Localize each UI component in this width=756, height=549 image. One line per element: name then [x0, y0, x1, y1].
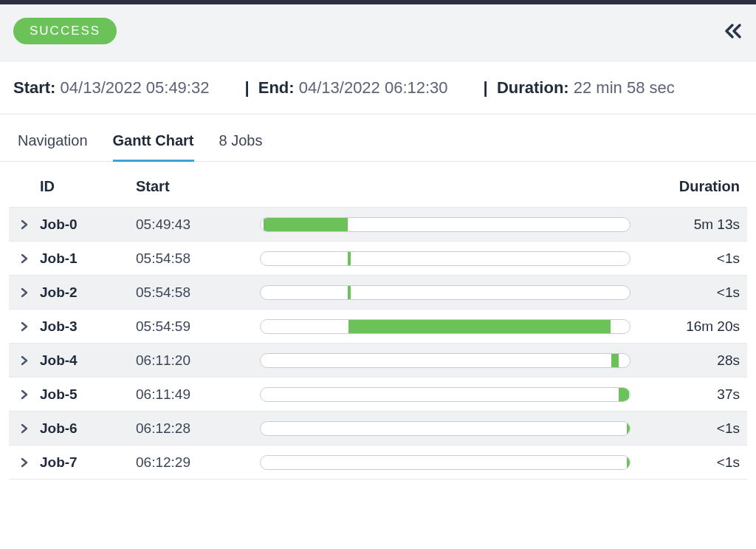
table-row: Job-406:11:2028s	[9, 344, 747, 378]
gantt-bar	[348, 252, 351, 265]
job-duration: <1s	[636, 420, 747, 437]
job-id: Job-7	[40, 454, 136, 471]
table-row: Job-706:12:29<1s	[9, 446, 747, 480]
meta-end: | End: 04/13/2022 06:12:30	[244, 78, 447, 98]
gantt-cell	[254, 387, 636, 402]
expand-row-icon[interactable]	[9, 457, 40, 468]
job-id: Job-6	[40, 420, 136, 437]
table-row: Job-506:11:4937s	[9, 378, 747, 412]
gantt-cell	[254, 319, 636, 334]
job-start-time: 05:54:58	[136, 284, 254, 301]
meta-separator: |	[244, 78, 249, 97]
job-id: Job-3	[40, 318, 136, 335]
table-row: Job-305:54:5916m 20s	[9, 310, 747, 344]
table-row: Job-005:49:435m 13s	[9, 208, 747, 242]
gantt-track	[260, 319, 630, 334]
gantt-track	[260, 285, 630, 300]
meta-separator: |	[484, 78, 488, 97]
table-row: Job-606:12:28<1s	[9, 412, 747, 446]
job-start-time: 06:12:29	[136, 454, 254, 471]
status-header: SUCCESS	[0, 4, 756, 62]
meta-end-value: 04/13/2022 06:12:30	[299, 78, 448, 97]
job-id: Job-5	[40, 386, 136, 403]
job-duration: 5m 13s	[636, 216, 747, 233]
run-metadata-row: Start: 04/13/2022 05:49:32 | End: 04/13/…	[0, 62, 756, 115]
job-start-time: 05:49:43	[136, 216, 254, 233]
gantt-cell	[254, 285, 636, 300]
gantt-table: ID Start Duration Job-005:49:435m 13sJob…	[0, 162, 756, 480]
job-start-time: 05:54:59	[136, 318, 254, 335]
job-duration: <1s	[636, 454, 747, 471]
gantt-track	[260, 387, 630, 402]
gantt-track	[260, 455, 630, 470]
job-id: Job-4	[40, 352, 136, 369]
gantt-bar	[264, 218, 348, 231]
gantt-bar	[619, 388, 628, 401]
job-duration: <1s	[636, 250, 747, 267]
gantt-cell	[254, 455, 636, 470]
expand-row-icon[interactable]	[9, 219, 40, 230]
meta-end-label: End:	[258, 78, 295, 97]
gantt-track	[260, 421, 630, 436]
job-start-time: 06:12:28	[136, 420, 254, 437]
table-row: Job-205:54:58<1s	[9, 276, 747, 310]
gantt-track	[260, 217, 630, 232]
col-header-id: ID	[40, 178, 136, 195]
tab-navigation[interactable]: Navigation	[18, 132, 88, 161]
meta-start-value: 04/13/2022 05:49:32	[61, 78, 210, 97]
gantt-bar	[611, 354, 619, 367]
expand-row-icon[interactable]	[9, 355, 40, 366]
job-duration: <1s	[636, 284, 747, 301]
job-id: Job-2	[40, 284, 136, 301]
col-header-duration: Duration	[636, 178, 747, 195]
collapse-panel-icon[interactable]	[724, 23, 743, 39]
meta-start-label: Start:	[13, 78, 55, 97]
status-badge: SUCCESS	[13, 18, 117, 44]
expand-row-icon[interactable]	[9, 389, 40, 400]
gantt-bar	[348, 286, 351, 299]
job-duration: 28s	[636, 352, 747, 369]
gantt-bar	[627, 456, 630, 469]
meta-duration: | Duration: 22 min 58 sec	[484, 78, 675, 98]
expand-row-icon[interactable]	[9, 253, 40, 264]
expand-row-icon[interactable]	[9, 423, 40, 434]
gantt-track	[260, 353, 630, 368]
expand-row-icon[interactable]	[9, 321, 40, 332]
job-start-time: 06:11:20	[136, 352, 254, 369]
gantt-cell	[254, 421, 636, 436]
meta-duration-label: Duration:	[497, 78, 569, 97]
gantt-bar	[348, 320, 611, 333]
tab-bar: Navigation Gantt Chart 8 Jobs	[0, 115, 756, 162]
col-header-start: Start	[136, 178, 254, 195]
meta-start: Start: 04/13/2022 05:49:32	[13, 78, 209, 98]
job-duration: 37s	[636, 386, 747, 403]
table-header-row: ID Start Duration	[9, 162, 747, 208]
gantt-track	[260, 251, 630, 266]
gantt-cell	[254, 217, 636, 232]
gantt-cell	[254, 353, 636, 368]
job-id: Job-1	[40, 250, 136, 267]
gantt-bar	[627, 422, 630, 435]
tab-gantt-chart[interactable]: Gantt Chart	[113, 132, 194, 162]
job-duration: 16m 20s	[636, 318, 747, 335]
tab-jobs[interactable]: 8 Jobs	[219, 132, 263, 161]
table-row: Job-105:54:58<1s	[9, 242, 747, 276]
gantt-cell	[254, 251, 636, 266]
meta-duration-value: 22 min 58 sec	[574, 78, 675, 97]
expand-row-icon[interactable]	[9, 287, 40, 298]
job-id: Job-0	[40, 216, 136, 233]
job-start-time: 06:11:49	[136, 386, 254, 403]
job-start-time: 05:54:58	[136, 250, 254, 267]
